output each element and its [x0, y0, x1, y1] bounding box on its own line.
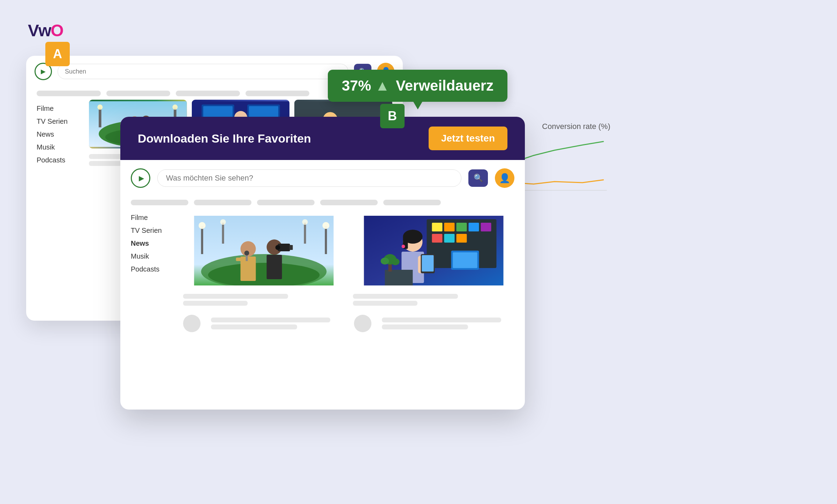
- svg-rect-70: [422, 255, 434, 272]
- svg-point-74: [381, 258, 389, 265]
- svg-rect-33: [201, 226, 203, 254]
- svg-rect-62: [453, 252, 477, 268]
- thumb-b-2[interactable]: [353, 216, 514, 285]
- card-b-content: [183, 209, 514, 332]
- svg-point-45: [244, 251, 249, 255]
- sidebar-item-news-b[interactable]: News: [131, 239, 173, 247]
- card-b-main: Filme TV Serien News Musik Podcasts: [120, 209, 525, 332]
- variant-a-badge: A: [45, 42, 70, 66]
- sidebar-item-musik-b[interactable]: Musik: [131, 252, 173, 260]
- svg-rect-50: [289, 245, 293, 250]
- search-input-a[interactable]: [58, 64, 348, 79]
- svg-rect-43: [236, 258, 242, 261]
- sidebar-item-musik-a[interactable]: Musik: [37, 143, 78, 151]
- promo-banner-text: Downloaden Sie Ihre Favoriten: [138, 132, 311, 145]
- variant-b-badge: B: [380, 104, 405, 128]
- svg-rect-42: [241, 257, 256, 281]
- sidebar-item-filme-b[interactable]: Filme: [131, 214, 173, 222]
- svg-rect-54: [444, 223, 455, 231]
- vwo-logo: VwO: [28, 21, 63, 40]
- svg-point-6: [172, 105, 178, 110]
- svg-point-49: [276, 245, 280, 250]
- card-b-bottom-row: [183, 315, 514, 332]
- logo-text-o: O: [51, 21, 63, 40]
- svg-rect-59: [444, 234, 455, 243]
- svg-rect-39: [304, 223, 306, 244]
- card-b-sidebar: Filme TV Serien News Musik Podcasts: [131, 209, 173, 332]
- sidebar-item-podcasts-a[interactable]: Podcasts: [37, 156, 78, 164]
- logo-text-vw: Vw: [28, 21, 51, 40]
- svg-point-38: [220, 219, 226, 225]
- thumb-b-1[interactable]: [183, 216, 345, 285]
- search-input-b[interactable]: [157, 169, 461, 187]
- svg-rect-60: [457, 234, 467, 243]
- sidebar-item-news-a[interactable]: News: [37, 130, 78, 138]
- stats-arrow: ▲: [375, 77, 390, 94]
- card-b-nav: 🔍 👤: [120, 160, 525, 196]
- svg-rect-47: [267, 255, 282, 279]
- promo-banner: Downloaden Sie Ihre Favoriten Jetzt test…: [120, 117, 525, 160]
- user-avatar-b: 👤: [495, 168, 514, 188]
- svg-point-76: [402, 245, 405, 248]
- svg-point-34: [199, 222, 206, 229]
- avatar-placeholder-2: [354, 315, 371, 332]
- svg-rect-3: [99, 108, 101, 127]
- sidebar-item-filme-a[interactable]: Filme: [37, 105, 78, 113]
- sidebar-item-tvserien-b[interactable]: TV Serien: [131, 227, 173, 235]
- svg-point-4: [97, 105, 103, 110]
- svg-point-75: [391, 258, 400, 265]
- stats-percent: 37%: [342, 77, 371, 94]
- svg-rect-55: [457, 223, 467, 231]
- svg-rect-57: [481, 223, 491, 231]
- svg-point-36: [323, 222, 330, 229]
- svg-rect-71: [385, 270, 413, 285]
- avatar-placeholder-1: [183, 315, 201, 332]
- play-icon-b[interactable]: [131, 168, 150, 188]
- card-b-thumb-grid: [183, 216, 514, 285]
- svg-rect-53: [432, 223, 443, 231]
- stats-bubble: 37% ▲ Verweildauerz: [328, 70, 507, 102]
- svg-rect-56: [469, 223, 479, 231]
- svg-point-40: [302, 219, 308, 225]
- card-a-sidebar: Filme TV Serien News Musik Podcasts: [37, 100, 78, 216]
- promo-button[interactable]: Jetzt testen: [429, 127, 507, 150]
- search-button-b[interactable]: 🔍: [468, 169, 488, 187]
- svg-rect-37: [222, 223, 224, 244]
- card-b: Downloaden Sie Ihre Favoriten Jetzt test…: [120, 117, 525, 410]
- skeleton-row-b: [120, 200, 525, 205]
- svg-rect-58: [432, 234, 443, 243]
- svg-rect-35: [325, 226, 327, 254]
- stats-label: Verweildauerz: [396, 77, 493, 94]
- sidebar-item-podcasts-b[interactable]: Podcasts: [131, 265, 173, 273]
- sidebar-item-tvserien-a[interactable]: TV Serien: [37, 117, 78, 125]
